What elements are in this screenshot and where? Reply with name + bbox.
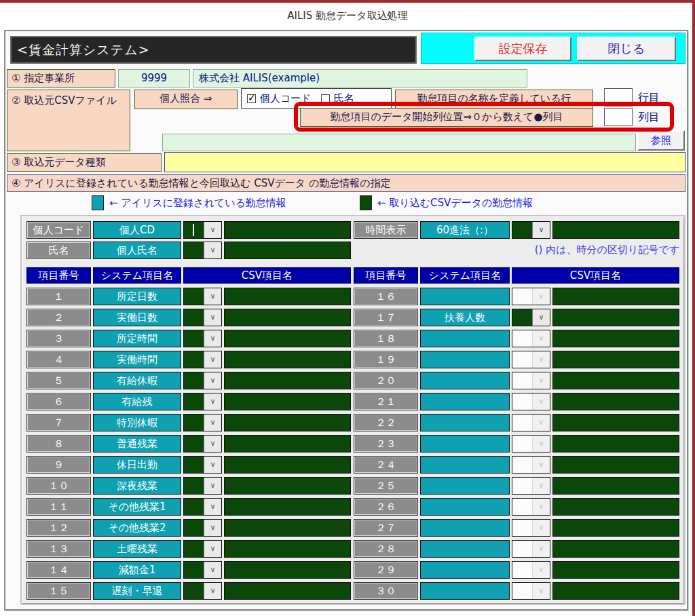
- csv-item-combo: ∨: [512, 288, 550, 305]
- csv-item-combo: ∨: [512, 540, 550, 558]
- system-item-name: [420, 582, 510, 600]
- csv-item-name: [552, 435, 679, 453]
- person-name-csv[interactable]: [224, 242, 351, 259]
- page-title: AILIS 勤怠データ取込処理: [0, 9, 695, 22]
- chevron-down-icon[interactable]: ∨: [532, 222, 550, 238]
- chevron-down-icon[interactable]: ∨: [204, 242, 221, 258]
- row-number: ３０: [354, 582, 418, 600]
- row-number: ２５: [354, 477, 418, 495]
- col-header-item-no: 項目番号: [354, 267, 418, 284]
- row-number: １７: [354, 309, 418, 326]
- table-row: ２６∨: [22, 498, 684, 516]
- table-row: ２８∨: [22, 540, 684, 558]
- checkbox-name[interactable]: 氏名: [321, 92, 354, 105]
- time-separator-note: () 内は、時分の区切り記号です: [420, 244, 679, 256]
- checkbox-person-code-label: 個人コード: [260, 92, 312, 105]
- person-code-combo[interactable]: ∨: [183, 221, 222, 239]
- chevron-down-icon: ∨: [532, 583, 550, 599]
- table-row: ２１∨: [22, 393, 684, 410]
- csv-item-combo: ∨: [512, 330, 550, 347]
- csv-item-name: [552, 540, 679, 558]
- chevron-down-icon: ∨: [532, 436, 550, 452]
- person-code-csv[interactable]: [224, 221, 351, 239]
- legend-csv-label: ← 取り込むCSVデータの勤怠情報: [377, 197, 533, 210]
- combo-field: [512, 393, 532, 410]
- person-code-system: 個人CD: [93, 221, 181, 239]
- person-code-combo-field[interactable]: [184, 222, 204, 238]
- system-item-name: [420, 561, 510, 579]
- system-item-name: [420, 330, 510, 347]
- system-item-name: [420, 519, 510, 537]
- col-header-system-name: システム項目名: [93, 267, 181, 284]
- csv-item-name: [552, 372, 679, 389]
- person-name-key: 氏名: [26, 242, 91, 259]
- row-number: １６: [354, 288, 418, 305]
- csv-item-combo: ∨: [512, 582, 550, 600]
- start-col-input[interactable]: [604, 108, 633, 126]
- row-number: １８: [354, 330, 418, 347]
- system-item-name: [420, 393, 510, 410]
- csv-item-name: [552, 456, 679, 474]
- combo-field: [512, 520, 532, 536]
- person-name-combo-field[interactable]: [184, 242, 204, 258]
- start-col-unit: 列目: [638, 111, 660, 125]
- csv-item-combo: ∨: [512, 393, 550, 410]
- csv-item-combo: ∨: [512, 561, 550, 579]
- checkbox-name-label: 氏名: [334, 92, 354, 105]
- time-display-combo-field[interactable]: [512, 222, 532, 238]
- combo-field: [512, 288, 532, 305]
- checkbox-checked-icon[interactable]: [247, 94, 256, 103]
- chevron-down-icon: ∨: [532, 520, 550, 536]
- header-row-input[interactable]: [604, 88, 633, 107]
- row-number: ２７: [354, 519, 418, 537]
- combo-field[interactable]: [512, 309, 532, 326]
- time-display-system: 60進法（:）: [420, 221, 510, 239]
- checkbox-person-code[interactable]: 個人コード: [247, 92, 312, 105]
- csv-item-name: [552, 498, 679, 516]
- csv-item-name[interactable]: [552, 309, 679, 326]
- csv-file-path-field[interactable]: [162, 134, 636, 151]
- table-row: ２９∨: [22, 561, 684, 579]
- table-row: ２０∨: [22, 372, 684, 389]
- row-number: １９: [354, 351, 418, 368]
- time-display-csv[interactable]: [552, 221, 679, 239]
- chevron-down-icon: ∨: [532, 288, 550, 305]
- time-display-combo[interactable]: ∨: [512, 221, 550, 239]
- csv-item-combo: ∨: [512, 435, 550, 453]
- chevron-down-icon: ∨: [532, 415, 550, 431]
- combo-field: [512, 541, 532, 557]
- row-number: ２６: [354, 498, 418, 516]
- table-row: ２３∨: [22, 435, 684, 453]
- system-item-name: [420, 288, 510, 305]
- csv-item-combo: ∨: [512, 372, 550, 389]
- close-button[interactable]: 閉じる: [577, 37, 676, 61]
- person-match-label: 個人照合 ⇒: [134, 90, 238, 109]
- browse-button[interactable]: 参照: [637, 130, 685, 151]
- person-name-combo[interactable]: ∨: [183, 242, 222, 259]
- start-col-label: 勤怠項目のデータ開始列位置⇒０から数えて●列目: [300, 108, 593, 127]
- system-item-name: [420, 351, 510, 368]
- legend-csv-swatch: [360, 195, 372, 210]
- chevron-down-icon[interactable]: ∨: [204, 222, 221, 238]
- main-window: <賃金計算システム> 設定保存 閉じる ① 指定事業所 9999 株式会社 AI…: [4, 30, 688, 611]
- chevron-down-icon[interactable]: ∨: [532, 309, 550, 326]
- system-item-name: [420, 498, 510, 516]
- csv-item-name: [552, 561, 679, 579]
- section1-label: ① 指定事業所: [7, 69, 115, 88]
- save-settings-button[interactable]: 設定保存: [474, 37, 571, 61]
- combo-field: [512, 499, 532, 515]
- table-row: １８∨: [22, 330, 684, 347]
- person-match-options: 個人コード 氏名: [241, 88, 392, 109]
- csv-item-combo[interactable]: ∨: [512, 309, 550, 326]
- system-item-name: [420, 456, 510, 474]
- combo-field: [512, 351, 532, 368]
- csv-item-combo: ∨: [512, 498, 550, 516]
- data-type-field[interactable]: [164, 152, 685, 172]
- csv-item-combo: ∨: [512, 519, 550, 537]
- checkbox-unchecked-icon[interactable]: [321, 94, 330, 103]
- csv-item-name: [552, 582, 679, 600]
- table-row: １７扶養人数∨: [22, 309, 684, 326]
- csv-item-name: [552, 414, 679, 431]
- chevron-down-icon: ∨: [532, 351, 550, 368]
- office-code-field[interactable]: 9999: [118, 69, 190, 88]
